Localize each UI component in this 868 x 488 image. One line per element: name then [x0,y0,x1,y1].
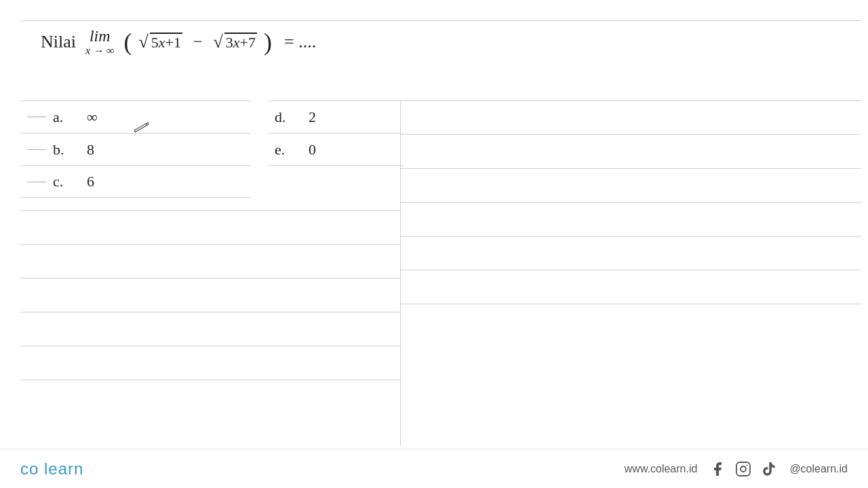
minus-sign: − [193,33,203,51]
svg-point-2 [747,464,748,466]
brand-logo: co learn [20,460,83,479]
equals-dots: = .... [284,32,316,52]
rule-5 [20,346,400,346]
sqrt-3x7-content: 3x+7 [224,33,257,52]
rule-6 [20,380,400,380]
limit-subscript: x → ∞ [85,45,115,57]
value-a: ∞ [87,108,98,126]
right-paren: ) [264,30,272,54]
right-rule-7 [401,304,861,304]
page: Nilai lim x → ∞ ( √ 5x+1 − √ 3x+7 ) [0,0,868,488]
right-rule-5 [401,236,861,237]
radio-a [27,117,46,117]
tiktok-icon [760,460,778,479]
website-url: www.colearn.id [625,463,698,475]
right-rule-6 [401,270,861,270]
svg-rect-0 [736,462,750,476]
right-rule-3 [401,168,861,169]
right-rule-2 [401,134,861,135]
social-handle: @colearn.id [789,463,848,475]
letter-b: b. [53,141,73,159]
sqrt-3x7: √ 3x+7 [214,32,257,52]
letter-c: c. [53,173,73,190]
rule-1 [20,210,400,211]
value-e: 0 [309,141,316,159]
footer: co learn www.colearn.id [0,449,868,488]
limit-top: lim [90,27,111,45]
value-b: 8 [87,141,94,159]
nilai-label: Nilai [41,32,76,52]
radio-b [27,149,46,150]
rule-4 [20,312,400,312]
logo-text: co learn [20,460,83,478]
top-line [20,20,861,21]
facebook-icon [708,460,727,479]
letter-e: e. [275,141,295,159]
value-c: 6 [87,173,94,190]
sqrt-5x1-content: 5x+1 [150,33,182,52]
right-rule-1 [401,100,861,101]
instagram-icon [734,460,753,479]
question-area: Nilai lim x → ∞ ( √ 5x+1 − √ 3x+7 ) [41,27,827,77]
svg-point-1 [741,466,746,472]
answer-d[interactable]: d. 2 [268,100,403,133]
rule-2 [20,244,400,245]
footer-right: www.colearn.id [625,460,848,479]
limit-notation: lim x → ∞ [85,27,115,57]
left-paren: ( [124,30,132,54]
social-icons [708,460,778,479]
left-ruled-lines [20,210,400,380]
letter-d: d. [275,108,295,126]
right-rule-4 [401,202,861,203]
rule-3 [20,278,400,279]
letter-a: a. [53,108,73,126]
radio-c [27,182,46,182]
question-text: Nilai lim x → ∞ ( √ 5x+1 − √ 3x+7 ) [41,27,827,57]
right-answers: d. 2 e. 0 [268,100,403,166]
bottom-line-right [268,165,403,166]
answer-c[interactable]: c. 6 [20,165,251,198]
value-d: 2 [309,108,316,126]
sqrt-5x1: √ 5x+1 [139,32,182,52]
answer-e[interactable]: e. 0 [268,133,403,165]
right-ruled-lines [401,100,861,304]
